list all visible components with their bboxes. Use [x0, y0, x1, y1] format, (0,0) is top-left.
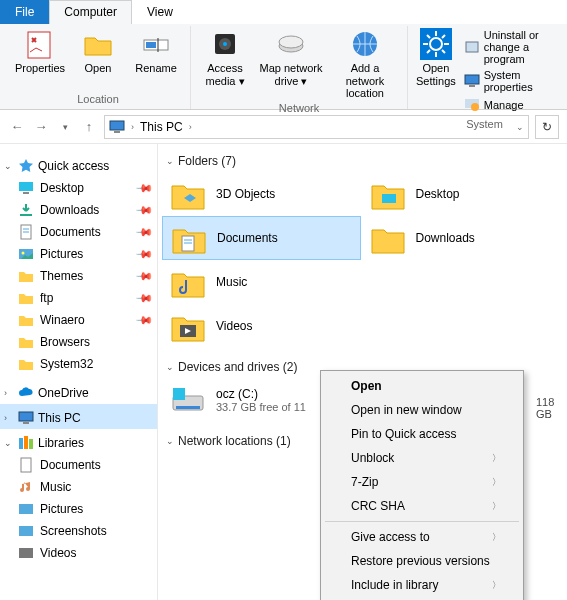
chevron-right-icon: 〉 — [492, 476, 501, 489]
folder-desktop[interactable]: Desktop — [361, 172, 560, 216]
tab-file[interactable]: File — [0, 0, 49, 24]
svg-rect-44 — [382, 194, 396, 203]
libraries-header[interactable]: ⌄ Libraries — [0, 429, 157, 454]
nav-documents[interactable]: Documents📌 — [0, 221, 157, 243]
folder-documents[interactable]: Documents — [162, 216, 361, 260]
folder-icon — [18, 356, 34, 372]
svg-rect-41 — [19, 504, 33, 514]
folder-3d-objects[interactable]: 3D Objects — [162, 172, 361, 216]
rename-icon — [140, 28, 172, 60]
open-settings-button[interactable]: Open Settings — [414, 26, 458, 116]
chevron-down-icon: ⌄ — [4, 161, 14, 171]
nav-downloads[interactable]: Downloads📌 — [0, 199, 157, 221]
ctx-restore-versions[interactable]: Restore previous versions — [323, 549, 521, 573]
group-location-label: Location — [77, 91, 119, 109]
breadcrumb-this-pc[interactable]: This PC — [140, 120, 183, 134]
refresh-button[interactable]: ↻ — [535, 115, 559, 139]
documents-icon — [18, 224, 34, 240]
onedrive-header[interactable]: › OneDrive — [0, 375, 157, 404]
map-drive-button[interactable]: Map network drive ▾ — [255, 26, 327, 100]
lib-screenshots[interactable]: Screenshots — [0, 520, 157, 542]
access-media-button[interactable]: Access media ▾ — [197, 26, 253, 100]
folder-videos[interactable]: Videos — [162, 304, 361, 348]
address-box[interactable]: › This PC › ⌄ — [104, 115, 529, 139]
chevron-down-icon[interactable]: ⌄ — [516, 122, 524, 132]
folder-downloads[interactable]: Downloads — [361, 216, 560, 260]
lib-documents[interactable]: Documents — [0, 454, 157, 476]
pictures-icon — [18, 246, 34, 262]
nav-desktop[interactable]: Desktop📌 — [0, 177, 157, 199]
ctx-unblock[interactable]: Unblock〉 — [323, 446, 521, 470]
videos-icon — [18, 545, 34, 561]
documents-icon — [18, 457, 34, 473]
ctx-include-library[interactable]: Include in library〉 — [323, 573, 521, 597]
pictures-icon — [18, 501, 34, 517]
manage-button[interactable]: Manage — [462, 96, 551, 114]
map-drive-icon — [275, 28, 307, 60]
lib-pictures[interactable]: Pictures — [0, 498, 157, 520]
nav-winaero[interactable]: Winaero📌 — [0, 309, 157, 331]
drive-2-free-space: 118 GB — [536, 396, 567, 420]
svg-rect-36 — [23, 422, 29, 424]
lib-music[interactable]: Music — [0, 476, 157, 498]
nav-browsers[interactable]: Browsers — [0, 331, 157, 353]
ctx-give-access[interactable]: Give access to〉 — [323, 525, 521, 549]
ctx-open-new-window[interactable]: Open in new window — [323, 398, 521, 422]
ctx-pin-quick-access[interactable]: Pin to Quick access — [323, 422, 521, 446]
forward-button[interactable]: → — [32, 118, 50, 136]
svg-rect-0 — [28, 32, 50, 58]
nav-themes[interactable]: Themes📌 — [0, 265, 157, 287]
properties-icon — [24, 28, 56, 60]
settings-gear-icon — [420, 28, 452, 60]
tab-view[interactable]: View — [132, 0, 188, 24]
add-network-location-button[interactable]: Add a network location — [329, 26, 401, 100]
star-icon — [18, 158, 34, 174]
svg-point-8 — [279, 36, 303, 48]
chevron-right-icon: › — [4, 388, 14, 398]
svg-point-24 — [471, 103, 479, 111]
chevron-right-icon: › — [189, 122, 192, 132]
folders-section-header[interactable]: ⌄Folders (7) — [162, 152, 559, 172]
ribbon: Properties Open Rename Location — [0, 24, 567, 110]
up-button[interactable]: ↑ — [80, 118, 98, 136]
uninstall-program-button[interactable]: Uninstall or change a program — [462, 28, 551, 66]
open-button[interactable]: Open — [70, 26, 126, 88]
pin-icon: 📌 — [134, 178, 153, 197]
svg-rect-43 — [19, 548, 33, 558]
cloud-icon — [18, 385, 34, 401]
pin-icon: 📌 — [134, 200, 153, 219]
svg-point-6 — [223, 42, 227, 46]
folder-music[interactable]: Music — [162, 260, 361, 304]
nav-pictures[interactable]: Pictures📌 — [0, 243, 157, 265]
svg-rect-21 — [465, 75, 479, 84]
folder-icon — [370, 176, 406, 212]
quick-access-header[interactable]: ⌄ Quick access — [0, 152, 157, 177]
rename-button[interactable]: Rename — [128, 26, 184, 88]
this-pc-icon — [18, 410, 34, 426]
globe-icon — [349, 28, 381, 60]
chevron-down-icon: ⌄ — [166, 362, 174, 372]
this-pc-header[interactable]: › This PC — [0, 404, 157, 429]
desktop-icon — [18, 180, 34, 196]
tab-computer[interactable]: Computer — [49, 0, 132, 24]
svg-point-34 — [22, 252, 25, 255]
media-icon — [209, 28, 241, 60]
pin-icon: 📌 — [134, 310, 153, 329]
pin-icon: 📌 — [134, 288, 153, 307]
ctx-7zip[interactable]: 7-Zip〉 — [323, 470, 521, 494]
drive-name: ocz (C:) — [216, 387, 306, 401]
nav-system32[interactable]: System32 — [0, 353, 157, 375]
folder-hidden[interactable] — [361, 260, 560, 304]
system-properties-button[interactable]: System properties — [462, 68, 551, 94]
svg-rect-2 — [146, 42, 156, 48]
ctx-open[interactable]: Open — [323, 374, 521, 398]
properties-button[interactable]: Properties — [12, 26, 68, 88]
monitor-icon — [464, 73, 480, 89]
ctx-crc-sha[interactable]: CRC SHA〉 — [323, 494, 521, 518]
recent-locations-button[interactable]: ▾ — [56, 118, 74, 136]
back-button[interactable]: ← — [8, 118, 26, 136]
nav-ftp[interactable]: ftp📌 — [0, 287, 157, 309]
this-pc-icon — [109, 119, 125, 135]
lib-videos[interactable]: Videos — [0, 542, 157, 564]
chevron-right-icon: 〉 — [492, 500, 501, 513]
